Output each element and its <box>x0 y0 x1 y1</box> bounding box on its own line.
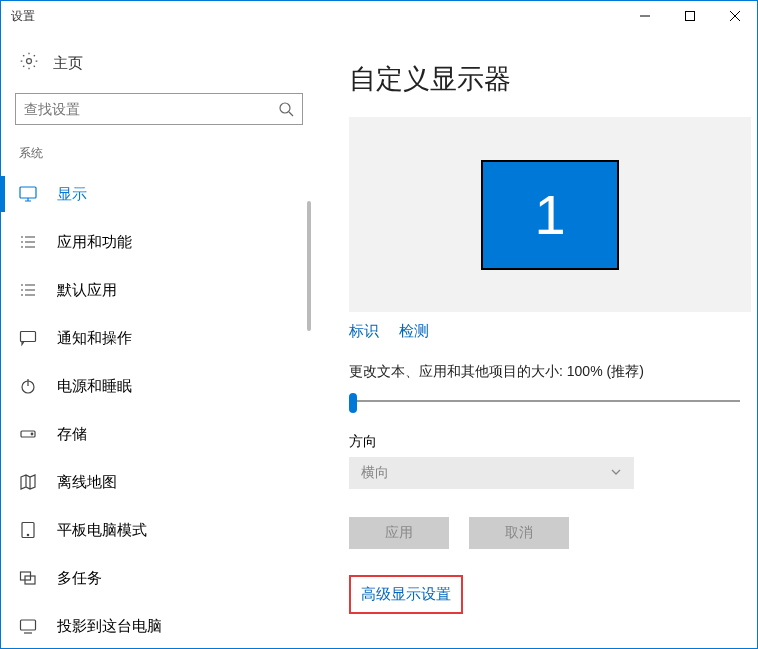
svg-point-9 <box>27 534 28 535</box>
orientation-select[interactable]: 横向 <box>349 457 634 489</box>
monitor-links: 标识 检测 <box>349 322 737 341</box>
settings-window: 设置 主页 <box>0 0 758 649</box>
project-icon <box>19 617 37 635</box>
tablet-icon <box>19 521 37 539</box>
search-input[interactable] <box>24 101 278 117</box>
minimize-button[interactable] <box>622 1 667 31</box>
home-row[interactable]: 主页 <box>1 51 313 93</box>
monitor-number: 1 <box>534 182 565 247</box>
sidebar-item-default-apps[interactable]: 默认应用 <box>1 266 313 314</box>
maximize-button[interactable] <box>667 1 712 31</box>
sidebar-item-storage[interactable]: 存储 <box>1 410 313 458</box>
map-icon <box>19 473 37 491</box>
nav-label: 多任务 <box>57 569 102 588</box>
nav-list: 显示 应用和功能 默认应用 <box>1 170 313 648</box>
nav-label: 默认应用 <box>57 281 117 300</box>
monitor-1[interactable]: 1 <box>481 160 619 270</box>
svg-point-7 <box>31 433 33 435</box>
cancel-button[interactable]: 取消 <box>469 517 569 549</box>
chat-icon <box>19 329 37 347</box>
svg-point-2 <box>280 103 290 113</box>
window-title: 设置 <box>11 8 35 25</box>
svg-rect-4 <box>21 332 36 342</box>
slider-track <box>353 400 740 402</box>
button-row: 应用 取消 <box>349 517 737 549</box>
nav-label: 离线地图 <box>57 473 117 492</box>
orientation-label: 方向 <box>349 433 737 451</box>
page-title: 自定义显示器 <box>349 61 737 97</box>
svg-rect-12 <box>21 620 36 630</box>
nav-label: 平板电脑模式 <box>57 521 147 540</box>
svg-rect-0 <box>685 12 694 21</box>
svg-rect-3 <box>20 187 36 198</box>
sidebar-item-project[interactable]: 投影到这台电脑 <box>1 602 313 648</box>
list-icon <box>19 233 37 251</box>
window-body: 主页 系统 显示 <box>1 31 757 648</box>
nav-label: 应用和功能 <box>57 233 132 252</box>
window-controls <box>622 1 757 31</box>
sidebar-item-notifications[interactable]: 通知和操作 <box>1 314 313 362</box>
titlebar[interactable]: 设置 <box>1 1 757 31</box>
close-button[interactable] <box>712 1 757 31</box>
sidebar-scrollbar[interactable] <box>305 201 313 561</box>
nav-label: 投影到这台电脑 <box>57 617 162 636</box>
section-label: 系统 <box>1 145 313 170</box>
multitask-icon <box>19 569 37 587</box>
slider-thumb[interactable] <box>349 393 357 413</box>
nav-label: 通知和操作 <box>57 329 132 348</box>
sidebar-item-power[interactable]: 电源和睡眠 <box>1 362 313 410</box>
cancel-button-label: 取消 <box>505 524 533 542</box>
apply-button-label: 应用 <box>385 524 413 542</box>
nav-label: 电源和睡眠 <box>57 377 132 396</box>
nav-label: 显示 <box>57 185 87 204</box>
detect-link[interactable]: 检测 <box>399 322 429 341</box>
identify-link[interactable]: 标识 <box>349 322 379 341</box>
scrollbar-thumb[interactable] <box>307 201 311 331</box>
sidebar-item-apps[interactable]: 应用和功能 <box>1 218 313 266</box>
sidebar-item-display[interactable]: 显示 <box>1 170 313 218</box>
apply-button[interactable]: 应用 <box>349 517 449 549</box>
advanced-display-link[interactable]: 高级显示设置 <box>361 586 451 602</box>
sidebar-item-multitask[interactable]: 多任务 <box>1 554 313 602</box>
nav-label: 存储 <box>57 425 87 444</box>
search-wrap <box>1 93 313 145</box>
home-label: 主页 <box>53 54 83 73</box>
orientation-value: 横向 <box>361 464 389 482</box>
advanced-link-highlight: 高级显示设置 <box>349 575 463 614</box>
search-icon <box>278 101 294 117</box>
scale-slider[interactable] <box>349 389 744 413</box>
power-icon <box>19 377 37 395</box>
scale-label: 更改文本、应用和其他项目的大小: 100% (推荐) <box>349 363 737 381</box>
svg-point-1 <box>27 59 32 64</box>
sidebar-item-tablet[interactable]: 平板电脑模式 <box>1 506 313 554</box>
chevron-down-icon <box>610 465 622 481</box>
storage-icon <box>19 425 37 443</box>
gear-icon <box>19 51 39 75</box>
sidebar: 主页 系统 显示 <box>1 31 313 648</box>
monitor-preview-area[interactable]: 1 <box>349 117 751 312</box>
content-pane: 自定义显示器 1 标识 检测 更改文本、应用和其他项目的大小: 100% (推荐… <box>313 31 757 648</box>
defaults-icon <box>19 281 37 299</box>
search-box[interactable] <box>15 93 303 125</box>
monitor-icon <box>19 185 37 203</box>
sidebar-item-maps[interactable]: 离线地图 <box>1 458 313 506</box>
